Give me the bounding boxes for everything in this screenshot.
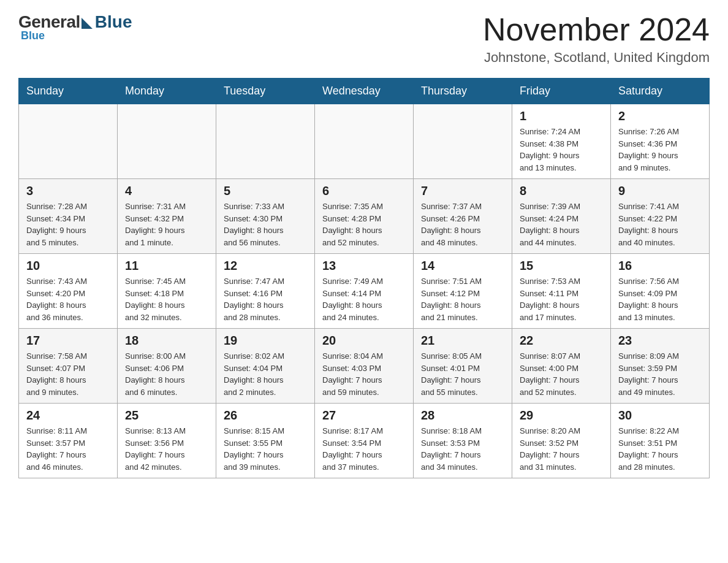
logo-subtitle: Blue bbox=[21, 29, 45, 42]
calendar-cell: 23Sunrise: 8:09 AM Sunset: 3:59 PM Dayli… bbox=[611, 329, 710, 404]
weekday-header-monday: Monday bbox=[118, 79, 216, 104]
location-title: Johnstone, Scotland, United Kingdom bbox=[483, 50, 710, 66]
logo-blue-text: Blue bbox=[95, 12, 132, 32]
calendar-cell: 13Sunrise: 7:49 AM Sunset: 4:14 PM Dayli… bbox=[315, 254, 414, 329]
day-info: Sunrise: 8:00 AM Sunset: 4:06 PM Dayligh… bbox=[125, 350, 208, 398]
day-info: Sunrise: 7:28 AM Sunset: 4:34 PM Dayligh… bbox=[26, 201, 110, 248]
calendar-cell: 10Sunrise: 7:43 AM Sunset: 4:20 PM Dayli… bbox=[19, 254, 118, 329]
day-info: Sunrise: 7:33 AM Sunset: 4:30 PM Dayligh… bbox=[224, 201, 307, 248]
calendar-cell: 29Sunrise: 8:20 AM Sunset: 3:52 PM Dayli… bbox=[512, 404, 611, 478]
day-info: Sunrise: 7:53 AM Sunset: 4:11 PM Dayligh… bbox=[520, 275, 603, 323]
calendar-cell: 27Sunrise: 8:17 AM Sunset: 3:54 PM Dayli… bbox=[315, 404, 414, 478]
month-title: November 2024 bbox=[483, 12, 710, 47]
day-info: Sunrise: 7:24 AM Sunset: 4:38 PM Dayligh… bbox=[520, 126, 603, 174]
title-section: November 2024 Johnstone, Scotland, Unite… bbox=[483, 12, 710, 66]
day-number: 18 bbox=[125, 334, 208, 348]
calendar-cell: 25Sunrise: 8:13 AM Sunset: 3:56 PM Dayli… bbox=[118, 404, 216, 478]
day-info: Sunrise: 7:49 AM Sunset: 4:14 PM Dayligh… bbox=[322, 275, 406, 323]
calendar-table: SundayMondayTuesdayWednesdayThursdayFrid… bbox=[18, 78, 710, 478]
day-info: Sunrise: 8:04 AM Sunset: 4:03 PM Dayligh… bbox=[322, 350, 406, 398]
weekday-header-thursday: Thursday bbox=[414, 79, 512, 104]
calendar-cell bbox=[315, 104, 414, 179]
day-info: Sunrise: 7:51 AM Sunset: 4:12 PM Dayligh… bbox=[421, 275, 504, 323]
calendar-cell: 5Sunrise: 7:33 AM Sunset: 4:30 PM Daylig… bbox=[216, 179, 315, 254]
day-number: 4 bbox=[125, 184, 208, 198]
day-number: 2 bbox=[618, 109, 702, 123]
day-info: Sunrise: 7:41 AM Sunset: 4:22 PM Dayligh… bbox=[618, 201, 702, 248]
calendar-cell: 2Sunrise: 7:26 AM Sunset: 4:36 PM Daylig… bbox=[611, 104, 710, 179]
day-number: 8 bbox=[520, 184, 603, 198]
day-number: 25 bbox=[125, 408, 208, 423]
calendar-cell: 17Sunrise: 7:58 AM Sunset: 4:07 PM Dayli… bbox=[19, 329, 118, 404]
calendar-cell: 21Sunrise: 8:05 AM Sunset: 4:01 PM Dayli… bbox=[414, 329, 512, 404]
calendar-cell bbox=[118, 104, 216, 179]
calendar-cell: 12Sunrise: 7:47 AM Sunset: 4:16 PM Dayli… bbox=[216, 254, 315, 329]
calendar-cell: 3Sunrise: 7:28 AM Sunset: 4:34 PM Daylig… bbox=[19, 179, 118, 254]
day-info: Sunrise: 8:02 AM Sunset: 4:04 PM Dayligh… bbox=[224, 350, 307, 398]
week-row-3: 10Sunrise: 7:43 AM Sunset: 4:20 PM Dayli… bbox=[19, 254, 710, 329]
day-info: Sunrise: 8:15 AM Sunset: 3:55 PM Dayligh… bbox=[224, 425, 307, 473]
calendar-cell: 15Sunrise: 7:53 AM Sunset: 4:11 PM Dayli… bbox=[512, 254, 611, 329]
day-number: 17 bbox=[26, 334, 110, 348]
calendar-cell: 6Sunrise: 7:35 AM Sunset: 4:28 PM Daylig… bbox=[315, 179, 414, 254]
day-number: 27 bbox=[322, 408, 406, 423]
weekday-header-sunday: Sunday bbox=[19, 79, 118, 104]
calendar-cell: 4Sunrise: 7:31 AM Sunset: 4:32 PM Daylig… bbox=[118, 179, 216, 254]
day-number: 26 bbox=[224, 408, 307, 423]
weekday-header-saturday: Saturday bbox=[611, 79, 710, 104]
day-info: Sunrise: 8:11 AM Sunset: 3:57 PM Dayligh… bbox=[26, 425, 110, 473]
day-info: Sunrise: 7:43 AM Sunset: 4:20 PM Dayligh… bbox=[26, 275, 110, 323]
weekday-header-tuesday: Tuesday bbox=[216, 79, 315, 104]
calendar-cell: 24Sunrise: 8:11 AM Sunset: 3:57 PM Dayli… bbox=[19, 404, 118, 478]
day-info: Sunrise: 7:35 AM Sunset: 4:28 PM Dayligh… bbox=[322, 201, 406, 248]
weekday-header-friday: Friday bbox=[512, 79, 611, 104]
day-info: Sunrise: 7:45 AM Sunset: 4:18 PM Dayligh… bbox=[125, 275, 208, 323]
day-info: Sunrise: 7:56 AM Sunset: 4:09 PM Dayligh… bbox=[618, 275, 702, 323]
day-number: 11 bbox=[125, 259, 208, 273]
calendar-cell: 30Sunrise: 8:22 AM Sunset: 3:51 PM Dayli… bbox=[611, 404, 710, 478]
day-number: 7 bbox=[421, 184, 504, 198]
day-number: 13 bbox=[322, 259, 406, 273]
day-number: 3 bbox=[26, 184, 110, 198]
day-info: Sunrise: 7:39 AM Sunset: 4:24 PM Dayligh… bbox=[520, 201, 603, 248]
logo-triangle-icon bbox=[82, 18, 93, 29]
day-number: 24 bbox=[26, 408, 110, 423]
calendar-cell: 1Sunrise: 7:24 AM Sunset: 4:38 PM Daylig… bbox=[512, 104, 611, 179]
day-info: Sunrise: 8:17 AM Sunset: 3:54 PM Dayligh… bbox=[322, 425, 406, 473]
day-number: 14 bbox=[421, 259, 504, 273]
day-number: 6 bbox=[322, 184, 406, 198]
day-info: Sunrise: 7:26 AM Sunset: 4:36 PM Dayligh… bbox=[618, 126, 702, 174]
calendar-cell: 16Sunrise: 7:56 AM Sunset: 4:09 PM Dayli… bbox=[611, 254, 710, 329]
day-info: Sunrise: 8:07 AM Sunset: 4:00 PM Dayligh… bbox=[520, 350, 603, 398]
day-info: Sunrise: 7:47 AM Sunset: 4:16 PM Dayligh… bbox=[224, 275, 307, 323]
day-info: Sunrise: 8:05 AM Sunset: 4:01 PM Dayligh… bbox=[421, 350, 504, 398]
day-info: Sunrise: 7:31 AM Sunset: 4:32 PM Dayligh… bbox=[125, 201, 208, 248]
logo: General Blue Blue bbox=[18, 12, 132, 42]
day-number: 10 bbox=[26, 259, 110, 273]
header: General Blue Blue November 2024 Johnston… bbox=[18, 12, 710, 66]
day-info: Sunrise: 7:37 AM Sunset: 4:26 PM Dayligh… bbox=[421, 201, 504, 248]
day-info: Sunrise: 7:58 AM Sunset: 4:07 PM Dayligh… bbox=[26, 350, 110, 398]
week-row-5: 24Sunrise: 8:11 AM Sunset: 3:57 PM Dayli… bbox=[19, 404, 710, 478]
day-number: 16 bbox=[618, 259, 702, 273]
day-number: 20 bbox=[322, 334, 406, 348]
weekday-header-row: SundayMondayTuesdayWednesdayThursdayFrid… bbox=[19, 79, 710, 104]
day-info: Sunrise: 8:18 AM Sunset: 3:53 PM Dayligh… bbox=[421, 425, 504, 473]
day-number: 5 bbox=[224, 184, 307, 198]
calendar-cell: 11Sunrise: 7:45 AM Sunset: 4:18 PM Dayli… bbox=[118, 254, 216, 329]
day-number: 22 bbox=[520, 334, 603, 348]
calendar-cell: 14Sunrise: 7:51 AM Sunset: 4:12 PM Dayli… bbox=[414, 254, 512, 329]
calendar-cell: 8Sunrise: 7:39 AM Sunset: 4:24 PM Daylig… bbox=[512, 179, 611, 254]
calendar-cell: 19Sunrise: 8:02 AM Sunset: 4:04 PM Dayli… bbox=[216, 329, 315, 404]
week-row-1: 1Sunrise: 7:24 AM Sunset: 4:38 PM Daylig… bbox=[19, 104, 710, 179]
day-number: 1 bbox=[520, 109, 603, 123]
calendar-cell: 9Sunrise: 7:41 AM Sunset: 4:22 PM Daylig… bbox=[611, 179, 710, 254]
day-number: 29 bbox=[520, 408, 603, 423]
calendar-cell: 20Sunrise: 8:04 AM Sunset: 4:03 PM Dayli… bbox=[315, 329, 414, 404]
day-info: Sunrise: 8:13 AM Sunset: 3:56 PM Dayligh… bbox=[125, 425, 208, 473]
day-info: Sunrise: 8:09 AM Sunset: 3:59 PM Dayligh… bbox=[618, 350, 702, 398]
day-number: 30 bbox=[618, 408, 702, 423]
calendar-cell bbox=[216, 104, 315, 179]
day-number: 15 bbox=[520, 259, 603, 273]
day-info: Sunrise: 8:20 AM Sunset: 3:52 PM Dayligh… bbox=[520, 425, 603, 473]
